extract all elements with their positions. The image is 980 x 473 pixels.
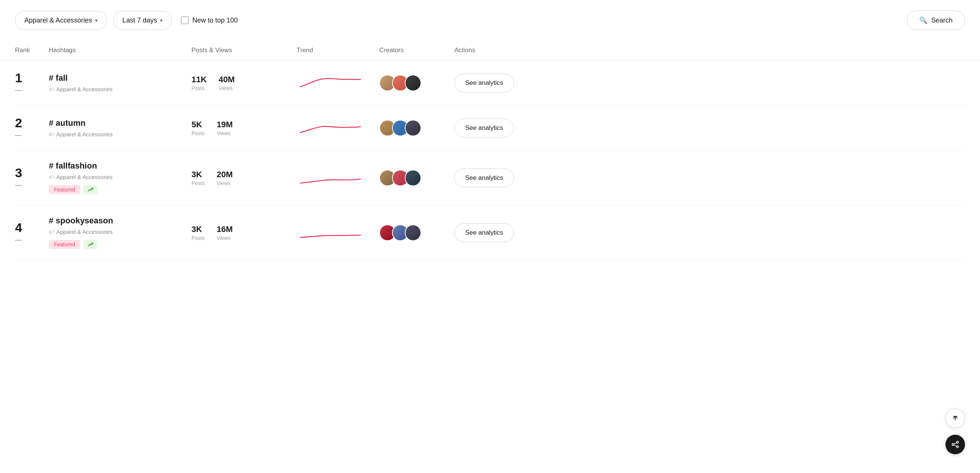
see-analytics-button[interactable]: See analytics xyxy=(454,223,514,242)
posts-views-cell: 3K Posts 20M Views xyxy=(191,170,297,186)
views-stat: 40M Views xyxy=(218,75,235,91)
scroll-to-top-button[interactable] xyxy=(945,408,965,428)
avatar xyxy=(405,75,421,91)
hashtag-category: 🏷 Apparel & Accessories xyxy=(49,86,191,92)
creators-cell xyxy=(379,170,454,186)
hashtag-name: # autumn xyxy=(49,118,191,128)
rank-number: 4 xyxy=(15,221,22,234)
table-header: Rank Hashtags Posts & Views Trend Creato… xyxy=(0,41,980,60)
posts-views-cell: 3K Posts 16M Views xyxy=(191,224,297,241)
views-stat: 20M Views xyxy=(216,170,233,186)
posts-stat: 3K Posts xyxy=(191,170,205,186)
views-value: 20M xyxy=(216,170,233,179)
table-row: 3 — # fallfashion 🏷 Apparel & Accessorie… xyxy=(15,151,965,205)
actions-cell: See analytics xyxy=(454,119,965,137)
posts-stat: 11K Posts xyxy=(191,75,207,91)
views-stat: 16M Views xyxy=(216,224,233,241)
trend-cell xyxy=(297,222,379,244)
trending-badge xyxy=(83,185,98,194)
hashtag-cell: # fallfashion 🏷 Apparel & Accessories Fe… xyxy=(49,161,191,194)
category-dropdown[interactable]: Apparel & Accessories ▾ xyxy=(15,11,107,30)
table-body: 1 — # fall 🏷 Apparel & Accessories 11K P… xyxy=(0,60,980,260)
category-text: Apparel & Accessories xyxy=(56,131,113,137)
header-hashtags: Hashtags xyxy=(49,46,191,54)
share-button[interactable] xyxy=(945,435,965,454)
posts-label: Posts xyxy=(191,235,205,241)
avatar xyxy=(405,120,421,136)
actions-cell: See analytics xyxy=(454,74,965,92)
posts-label: Posts xyxy=(191,180,205,186)
header-posts-views: Posts & Views xyxy=(191,46,297,54)
rank-number: 3 xyxy=(15,166,22,179)
search-icon: 🔍 xyxy=(919,16,928,24)
avatar xyxy=(405,224,421,241)
views-stat: 19M Views xyxy=(216,120,233,136)
hashtag-cell: # autumn 🏷 Apparel & Accessories xyxy=(49,118,191,137)
rank-cell: 4 — xyxy=(15,221,49,244)
avatar-group xyxy=(379,170,421,186)
posts-views-cell: 5K Posts 19M Views xyxy=(191,120,297,136)
hashtag-name: # fallfashion xyxy=(49,161,191,171)
header-creators: Creators xyxy=(379,46,454,54)
trend-chart xyxy=(297,117,364,139)
tag-icon: 🏷 xyxy=(49,229,54,235)
category-text: Apparel & Accessories xyxy=(56,86,113,92)
search-button[interactable]: 🔍 Search xyxy=(907,11,965,30)
table-row: 2 — # autumn 🏷 Apparel & Accessories 5K … xyxy=(15,105,965,151)
hashtag-category: 🏷 Apparel & Accessories xyxy=(49,131,191,137)
avatar-group xyxy=(379,120,421,136)
posts-value: 3K xyxy=(191,170,205,179)
tag-icon: 🏷 xyxy=(49,174,54,180)
category-text: Apparel & Accessories xyxy=(56,174,113,180)
hashtag-category: 🏷 Apparel & Accessories xyxy=(49,229,191,235)
top-bar: Apparel & Accessories ▾ Last 7 days ▾ Ne… xyxy=(0,0,980,41)
badges: Featured xyxy=(49,185,191,194)
trend-chart xyxy=(297,72,364,94)
table-row: 1 — # fall 🏷 Apparel & Accessories 11K P… xyxy=(15,60,965,105)
tag-icon: 🏷 xyxy=(49,86,54,92)
hashtag-name: # fall xyxy=(49,73,191,83)
avatar-group xyxy=(379,75,421,91)
posts-label: Posts xyxy=(191,130,205,136)
see-analytics-button[interactable]: See analytics xyxy=(454,119,514,137)
hashtag-name: # spookyseason xyxy=(49,216,191,225)
creators-cell xyxy=(379,224,454,241)
avatar-group xyxy=(379,224,421,241)
hashtag-cell: # fall 🏷 Apparel & Accessories xyxy=(49,73,191,92)
rank-change: — xyxy=(15,86,22,94)
see-analytics-button[interactable]: See analytics xyxy=(454,168,514,187)
views-label: Views xyxy=(218,85,235,91)
category-text: Apparel & Accessories xyxy=(56,229,113,235)
search-label: Search xyxy=(931,16,953,24)
featured-badge: Featured xyxy=(49,240,80,249)
rank-number: 2 xyxy=(15,116,22,129)
badges: Featured xyxy=(49,240,191,249)
rank-change: — xyxy=(15,132,22,139)
views-label: Views xyxy=(216,180,233,186)
posts-value: 5K xyxy=(191,120,205,130)
see-analytics-button[interactable]: See analytics xyxy=(454,74,514,92)
trend-cell xyxy=(297,72,379,94)
rank-cell: 3 — xyxy=(15,166,49,189)
trend-chart xyxy=(297,222,364,244)
tag-icon: 🏷 xyxy=(49,132,54,137)
creators-cell xyxy=(379,120,454,136)
posts-stat: 3K Posts xyxy=(191,224,205,241)
new-top-input[interactable] xyxy=(181,16,188,24)
posts-stat: 5K Posts xyxy=(191,120,205,136)
trend-chart xyxy=(297,167,364,189)
views-value: 40M xyxy=(218,75,235,84)
posts-value: 11K xyxy=(191,75,207,84)
actions-cell: See analytics xyxy=(454,223,965,242)
category-label: Apparel & Accessories xyxy=(24,16,92,24)
new-top-checkbox[interactable]: New to top 100 xyxy=(181,16,238,24)
period-dropdown[interactable]: Last 7 days ▾ xyxy=(113,11,172,30)
period-chevron-icon: ▾ xyxy=(160,17,162,23)
posts-views-cell: 11K Posts 40M Views xyxy=(191,75,297,91)
views-value: 16M xyxy=(216,224,233,234)
actions-cell: See analytics xyxy=(454,168,965,187)
trend-cell xyxy=(297,117,379,139)
posts-value: 3K xyxy=(191,224,205,234)
header-trend: Trend xyxy=(297,46,379,54)
trending-badge xyxy=(83,240,98,249)
